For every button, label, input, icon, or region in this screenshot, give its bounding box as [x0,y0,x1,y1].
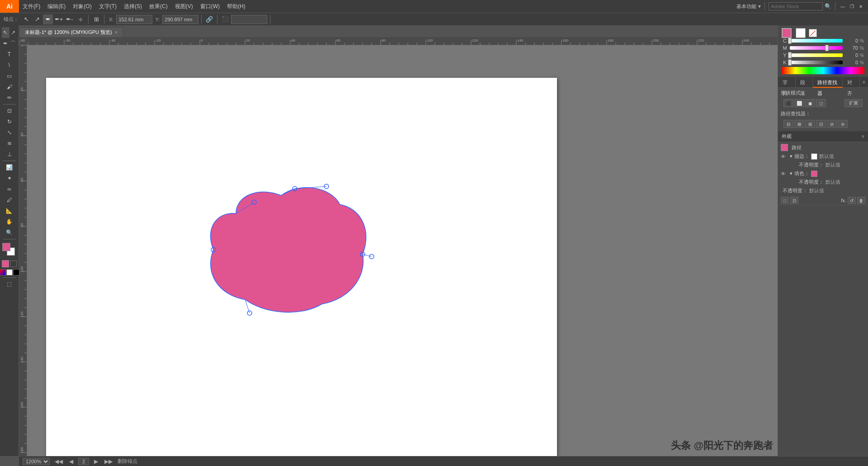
delete-item-btn[interactable]: 🗑 [857,197,865,204]
color-spectrum[interactable] [782,67,864,74]
h-input[interactable] [231,15,267,24]
m-slider[interactable] [790,46,843,50]
crop-btn[interactable]: ⊡ [816,120,826,128]
tab-char[interactable]: 字符 [778,77,796,88]
transform-btn[interactable]: ⬛ [220,14,230,24]
k-thumb[interactable] [788,59,792,66]
black-mode-btn[interactable] [13,269,19,276]
c-thumb[interactable] [788,38,792,44]
stroke-swatch[interactable] [10,260,17,267]
direct-select-btn[interactable]: ↗ [32,14,42,24]
nav-last-btn[interactable]: ▶▶ [103,458,114,465]
exclude-btn[interactable]: ◻ [816,99,826,107]
color-mode-btn[interactable] [0,269,6,276]
fill-visibility-eye[interactable]: 👁 [781,171,788,176]
y-thumb[interactable] [788,52,792,58]
menu-object[interactable]: 对象(O) [69,0,95,13]
y-input[interactable] [162,15,198,24]
tab-close-btn[interactable]: × [115,30,118,35]
y-slider[interactable] [790,53,843,57]
rotate-tool[interactable]: ↻ [2,116,17,127]
new-appearance-btn[interactable]: □ [781,197,789,204]
nav-first-btn[interactable]: ◀◀ [53,458,64,465]
rect-tool[interactable]: ▭ [2,71,17,81]
menu-type[interactable]: 文字(T) [95,0,120,13]
canvas-area[interactable] [19,37,778,456]
paintbrush-tool[interactable]: 🖌 [2,81,17,92]
convert-anchor-btn[interactable]: ⟡ [75,14,85,24]
pen-tool[interactable]: ✒ [2,38,9,49]
direct-selection-tool[interactable]: ↗ [9,27,17,38]
m-thumb[interactable] [825,45,829,51]
foreground-color-swatch[interactable] [2,243,10,251]
artboard-tool[interactable]: ⬚ [2,279,17,290]
adobe-stock-search[interactable] [769,2,823,10]
pathfinder-panel-menu[interactable]: ≡ [860,80,868,85]
minimize-button[interactable]: — [839,3,846,10]
appearance-panel-header[interactable]: 外观 ≡ [778,131,868,142]
intersect-btn[interactable]: ◼ [805,99,815,107]
nav-next-btn[interactable]: ▶ [93,458,99,465]
reset-btn[interactable]: ↺ [848,197,856,204]
minus-front-btn[interactable]: ⬜ [794,99,804,107]
type-tool[interactable]: T [2,49,17,60]
appearance-menu[interactable]: ≡ [862,134,864,139]
workspace-dropdown-icon[interactable]: ▾ [758,3,761,10]
pencil-tool[interactable]: ✏ [2,92,17,103]
outline-btn[interactable]: ⊘ [827,120,837,128]
k-slider[interactable] [790,61,843,64]
curvature-tool[interactable]: ⌒ [9,38,17,49]
tab-para[interactable]: 段落 [796,77,813,88]
measure-tool[interactable]: 📐 [2,205,17,216]
blend-tool[interactable]: ∞ [2,184,17,195]
zoom-select[interactable]: 1200% 800% 600% 400% 200% 100% 50% [23,458,50,465]
none-color-box[interactable] [809,29,817,37]
menu-effect[interactable]: 效果(C) [146,0,171,13]
unite-btn[interactable]: ⬛ [783,99,793,107]
align-btn[interactable]: ⊞ [91,14,101,24]
page-input[interactable] [78,458,89,465]
duplicate-item-btn[interactable]: ⊡ [790,197,798,204]
hand-tool[interactable]: ✋ [2,216,17,227]
eyedropper-tool[interactable]: 🖊 [2,195,17,205]
restore-button[interactable]: ❐ [848,3,855,10]
warp-tool[interactable]: ≋ [2,138,17,149]
fill-color-box[interactable] [811,171,817,177]
menu-help[interactable]: 帮助(H) [223,0,249,13]
stroke-visibility-eye[interactable]: 👁 [781,154,788,159]
menu-file[interactable]: 文件(F) [19,0,44,13]
close-button[interactable]: ✕ [857,3,864,10]
fg-color-box[interactable] [782,28,792,38]
column-graph-tool[interactable]: 📊 [2,162,17,173]
menu-select[interactable]: 选择(S) [120,0,146,13]
pink-shape-svg[interactable] [155,159,390,318]
none-mode-btn[interactable] [6,269,13,276]
tab-pathfinder[interactable]: 路径查找器 [813,77,842,88]
zoom-tool[interactable]: 🔍 [2,227,17,238]
selection-tool[interactable]: ↖ [2,27,9,38]
menu-view[interactable]: 视图(V) [171,0,197,13]
x-input[interactable] [116,15,152,24]
scale-tool[interactable]: ⤡ [2,127,17,138]
bg-color-box[interactable] [796,28,806,38]
fill-swatch[interactable] [2,260,9,267]
menu-window[interactable]: 窗口(W) [197,0,223,13]
fx-btn[interactable]: fx. [841,198,846,203]
width-tool[interactable]: ⊥ [2,149,17,160]
add-anchor-btn[interactable]: ✒+ [54,14,64,24]
eraser-tool[interactable]: ⊡ [2,105,17,116]
expand-btn[interactable]: 扩展 [844,99,863,107]
document-tab[interactable]: 未标题-1* @ 1200% (CMYK/GPU 预览) × [19,27,123,37]
c-slider[interactable] [790,39,843,43]
divide-btn[interactable]: ⊟ [783,120,793,128]
symbol-tool[interactable]: ✦ [2,173,17,184]
link-icon[interactable]: 🔗 [204,14,214,24]
menu-edit[interactable]: 编辑(E) [44,0,69,13]
trim-btn[interactable]: ⊠ [794,120,804,128]
tab-align[interactable]: 对齐 [843,77,860,88]
pen-tool-btn[interactable]: ✒ [43,14,53,24]
nav-prev-btn[interactable]: ◀ [68,458,75,465]
select-tool-btn[interactable]: ↖ [21,14,31,24]
stroke-color-box[interactable] [811,153,817,160]
line-tool[interactable]: \ [2,60,17,71]
